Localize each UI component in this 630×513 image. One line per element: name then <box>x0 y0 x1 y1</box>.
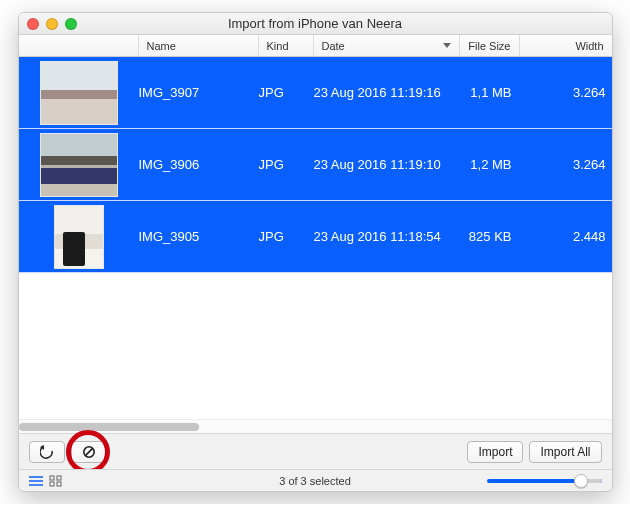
cell-name: IMG_3907 <box>139 85 259 100</box>
thumbnail-size-slider[interactable] <box>487 479 602 483</box>
cell-size: 1,1 MB <box>460 85 520 100</box>
cell-date: 23 Aug 2016 11:19:16 <box>314 85 460 100</box>
cell-name: IMG_3905 <box>139 229 259 244</box>
column-size[interactable]: File Size <box>460 35 520 56</box>
thumbnail-image <box>40 133 118 197</box>
zoom-icon[interactable] <box>65 18 77 30</box>
cell-name: IMG_3906 <box>139 157 259 172</box>
cell-size: 1,2 MB <box>460 157 520 172</box>
prohibit-icon <box>82 445 96 459</box>
status-bar: 3 of 3 selected <box>19 469 612 491</box>
cell-kind: JPG <box>259 157 314 172</box>
delete-button[interactable] <box>71 441 107 463</box>
horizontal-scrollbar[interactable] <box>19 419 612 433</box>
rotate-icon <box>40 445 54 459</box>
thumbnail-cell <box>19 133 139 197</box>
window-title: Import from iPhone van Neera <box>19 16 612 31</box>
column-width[interactable]: Width <box>520 35 612 56</box>
import-button[interactable]: Import <box>467 441 523 463</box>
cell-width: 2.448 <box>520 229 612 244</box>
thumbnail-cell <box>19 205 139 269</box>
column-name[interactable]: Name <box>139 35 259 56</box>
cell-kind: JPG <box>259 85 314 100</box>
import-all-button[interactable]: Import All <box>529 441 601 463</box>
cell-kind: JPG <box>259 229 314 244</box>
column-kind[interactable]: Kind <box>259 35 314 56</box>
cell-width: 3.264 <box>520 85 612 100</box>
rotate-button[interactable] <box>29 441 65 463</box>
minimize-icon[interactable] <box>46 18 58 30</box>
table-row[interactable]: IMG_3905 JPG 23 Aug 2016 11:18:54 825 KB… <box>19 201 612 273</box>
column-date[interactable]: Date <box>314 35 460 56</box>
cell-date: 23 Aug 2016 11:19:10 <box>314 157 460 172</box>
chevron-down-icon <box>443 43 451 49</box>
svg-line-1 <box>85 448 92 455</box>
scroll-thumb[interactable] <box>19 423 199 431</box>
column-date-label: Date <box>322 40 345 52</box>
cell-size: 825 KB <box>460 229 520 244</box>
thumbnail-image <box>54 205 104 269</box>
table-header-row: Name Kind Date File Size Width <box>19 35 612 57</box>
import-window: Import from iPhone van Neera Name Kind D… <box>18 12 613 492</box>
titlebar: Import from iPhone van Neera <box>19 13 612 35</box>
table-body: IMG_3907 JPG 23 Aug 2016 11:19:16 1,1 MB… <box>19 57 612 419</box>
cell-width: 3.264 <box>520 157 612 172</box>
cell-date: 23 Aug 2016 11:18:54 <box>314 229 460 244</box>
thumbnail-image <box>40 61 118 125</box>
table-row[interactable]: IMG_3906 JPG 23 Aug 2016 11:19:10 1,2 MB… <box>19 129 612 201</box>
column-thumbnail[interactable] <box>19 35 139 56</box>
close-icon[interactable] <box>27 18 39 30</box>
bottom-toolbar: Import Import All <box>19 433 612 469</box>
thumbnail-cell <box>19 61 139 125</box>
slider-knob[interactable] <box>574 474 588 488</box>
table-row[interactable]: IMG_3907 JPG 23 Aug 2016 11:19:16 1,1 MB… <box>19 57 612 129</box>
traffic-lights <box>27 18 77 30</box>
